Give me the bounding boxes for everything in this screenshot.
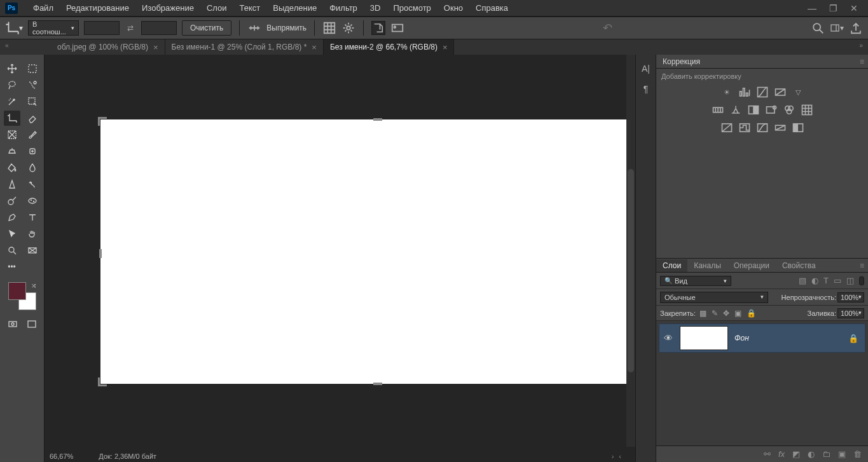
shape-tool[interactable] xyxy=(24,243,41,258)
menu-view[interactable]: Просмотр xyxy=(387,1,437,15)
filter-toggle[interactable] xyxy=(859,276,864,285)
close-tab-icon[interactable]: × xyxy=(153,43,158,52)
crop-corner-bl[interactable] xyxy=(98,377,107,386)
swap-dimensions-icon[interactable]: ⇄ xyxy=(125,24,136,32)
photo-filter-adj-icon[interactable] xyxy=(765,104,778,116)
object-select-tool[interactable] xyxy=(24,94,41,109)
frame-tool[interactable] xyxy=(4,127,20,142)
status-next-icon[interactable]: ‹ xyxy=(619,452,621,460)
invert-adj-icon[interactable] xyxy=(720,122,733,133)
type-tool[interactable] xyxy=(24,210,41,225)
layer-group-icon[interactable]: 🗀 xyxy=(822,449,830,459)
ratio-dropdown[interactable]: В соотнош... xyxy=(28,20,79,36)
color-swatches[interactable]: ⤭ xyxy=(8,282,36,310)
layer-name[interactable]: Фон xyxy=(734,334,749,343)
eraser-tool[interactable] xyxy=(24,111,41,126)
doc-size[interactable]: Док: 2,36М/0 байт xyxy=(99,452,156,460)
selective-color-adj-icon[interactable] xyxy=(792,122,804,133)
filter-type-icon[interactable]: T xyxy=(823,276,829,285)
edit-toolbar[interactable] xyxy=(24,259,41,275)
document-tab-0[interactable]: обл.jpeg @ 100% (RGB/8) × xyxy=(51,39,165,55)
vertical-scrollbar[interactable] xyxy=(626,55,635,447)
layer-visibility-icon[interactable]: 👁 xyxy=(659,333,677,343)
curves-adj-icon[interactable] xyxy=(756,86,769,98)
crop-handle-left[interactable] xyxy=(99,249,102,258)
crop-handle-bottom[interactable] xyxy=(373,383,382,385)
canvas-area[interactable]: 66,67% Док: 2,36М/0 байт › ‹ xyxy=(45,55,635,462)
filter-shape-icon[interactable]: ▭ xyxy=(834,276,841,285)
layer-filter-dropdown[interactable]: Вид xyxy=(660,276,731,286)
menu-filter[interactable]: Фильтр xyxy=(323,1,364,15)
channel-mixer-adj-icon[interactable] xyxy=(783,104,796,116)
filter-adjust-icon[interactable]: ◐ xyxy=(811,276,818,285)
crop-tool[interactable] xyxy=(4,111,20,126)
lock-artboard-icon[interactable]: ▣ xyxy=(734,309,741,318)
layer-thumbnail[interactable] xyxy=(680,326,728,350)
magic-wand-tool[interactable] xyxy=(4,94,20,109)
close-tab-icon[interactable]: × xyxy=(443,43,448,52)
zoom-tool[interactable] xyxy=(4,243,20,258)
content-aware-icon[interactable] xyxy=(390,21,404,35)
bw-adj-icon[interactable] xyxy=(747,104,760,116)
clear-button[interactable]: Очистить xyxy=(182,20,231,36)
brightness-adj-icon[interactable]: ☀ xyxy=(720,86,733,98)
settings-gear-icon[interactable] xyxy=(341,21,355,35)
opacity-field[interactable]: 100% xyxy=(837,292,864,302)
collapse-left-icon[interactable]: « xyxy=(5,42,9,49)
lasso-tool[interactable] xyxy=(4,78,20,93)
document-tab-1[interactable]: Без имени-1 @ 25% (Слой 1, RGB/8) * × xyxy=(165,39,324,55)
close-icon[interactable]: ✕ xyxy=(850,3,858,13)
menu-help[interactable]: Справка xyxy=(469,1,514,15)
hand-tool[interactable] xyxy=(24,226,41,241)
color-lookup-adj-icon[interactable] xyxy=(801,104,813,116)
path-select-tool[interactable] xyxy=(4,226,20,241)
scrollbar-thumb[interactable] xyxy=(628,169,634,372)
actions-tab[interactable]: Операции xyxy=(727,259,776,272)
quick-select-tool[interactable] xyxy=(24,78,41,93)
collapse-right-icon[interactable]: » xyxy=(859,42,863,49)
minimize-icon[interactable]: — xyxy=(808,3,816,13)
menu-type[interactable]: Текст xyxy=(233,1,267,15)
fill-field[interactable]: 100% xyxy=(837,308,864,318)
gradient-map-adj-icon[interactable] xyxy=(774,122,787,133)
blur-tool[interactable] xyxy=(24,160,41,175)
foreground-color[interactable] xyxy=(8,282,26,300)
clone-stamp-tool[interactable] xyxy=(4,144,20,159)
levels-adj-icon[interactable] xyxy=(738,86,751,98)
paragraph-panel-icon[interactable]: ¶ xyxy=(638,81,654,97)
menu-file[interactable]: Файл xyxy=(27,1,60,15)
status-prev-icon[interactable]: › xyxy=(612,452,614,460)
exposure-adj-icon[interactable] xyxy=(774,86,787,98)
channels-tab[interactable]: Каналы xyxy=(687,259,727,272)
layer-fx-icon[interactable]: fx xyxy=(778,449,785,459)
layer-lock-icon[interactable]: 🔒 xyxy=(848,334,858,343)
screen-mode-tool[interactable] xyxy=(24,316,40,332)
layers-tab[interactable]: Слои xyxy=(656,259,687,272)
crop-height-field[interactable] xyxy=(141,21,177,35)
threshold-adj-icon[interactable] xyxy=(756,122,769,133)
reset-crop-icon[interactable]: ↶ xyxy=(603,21,612,35)
straighten-icon[interactable] xyxy=(247,21,261,35)
new-layer-icon[interactable]: ▣ xyxy=(838,449,846,459)
smudge-tool[interactable] xyxy=(24,177,41,192)
maximize-icon[interactable]: ❐ xyxy=(829,3,837,13)
sponge-tool[interactable] xyxy=(24,193,41,208)
menu-edit[interactable]: Редактирование xyxy=(60,1,135,15)
lock-paint-icon[interactable]: ✎ xyxy=(712,309,718,318)
filter-pixel-icon[interactable]: ▧ xyxy=(799,276,806,285)
delete-cropped-icon[interactable] xyxy=(371,21,385,35)
menu-select[interactable]: Выделение xyxy=(266,1,323,15)
posterize-adj-icon[interactable] xyxy=(738,122,751,133)
search-icon[interactable] xyxy=(811,21,825,35)
document-tab-2[interactable]: Без имени-2 @ 66,7% (RGB/8) × xyxy=(324,39,455,55)
color-balance-adj-icon[interactable] xyxy=(729,104,742,116)
link-layers-icon[interactable]: ⚯ xyxy=(764,449,771,459)
rectangular-marquee-tool[interactable] xyxy=(24,61,41,76)
vibrance-adj-icon[interactable]: ▽ xyxy=(792,86,804,98)
lock-transparent-icon[interactable]: ▩ xyxy=(699,309,706,318)
lock-position-icon[interactable]: ✥ xyxy=(723,309,729,318)
workspace-icon[interactable]: ▾ xyxy=(830,21,844,35)
crop-handle-top[interactable] xyxy=(373,118,382,121)
filter-smart-icon[interactable]: ◫ xyxy=(846,276,854,285)
quick-mask-tool[interactable] xyxy=(4,316,21,332)
